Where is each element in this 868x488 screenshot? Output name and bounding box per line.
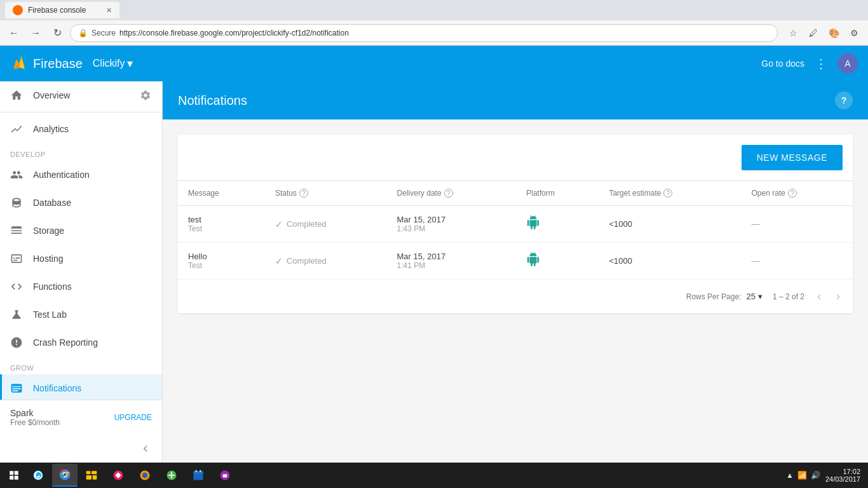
col-target-estimate: Target estimate ?: [599, 181, 741, 206]
plan-price: Free $0/month: [10, 418, 60, 427]
sidebar-item-notifications[interactable]: Notifications: [0, 374, 162, 400]
start-button[interactable]: [3, 464, 25, 487]
upgrade-button[interactable]: UPGRADE: [114, 413, 152, 422]
taskbar-app-misc1[interactable]: [105, 464, 131, 487]
rows-per-page-value: 25: [746, 292, 755, 301]
rows-select-arrow: ▾: [758, 292, 763, 301]
table-row[interactable]: Hello Test ✓ Completed Mar 15, 2017 1:41…: [178, 243, 853, 280]
sidebar-item-hosting[interactable]: Hosting: [0, 245, 162, 273]
people-icon: [10, 168, 23, 181]
functions-icon: [10, 280, 23, 293]
taskbar-app-calendar[interactable]: [186, 464, 211, 487]
delivery-date-0: Mar 15, 2017: [397, 215, 506, 224]
msg-name-1: Hello: [188, 252, 255, 261]
sidebar-item-functions[interactable]: Functions: [0, 273, 162, 301]
svg-point-10: [142, 473, 147, 478]
more-options-button[interactable]: ⋮: [815, 56, 827, 71]
tab-close-button[interactable]: ✕: [106, 6, 112, 15]
user-avatar[interactable]: A: [837, 53, 858, 74]
rows-per-page: Rows Per Page: 25 ▾: [686, 292, 763, 301]
new-message-button[interactable]: NEW MESSAGE: [742, 145, 843, 170]
target-help-icon[interactable]: ?: [663, 189, 672, 198]
sidebar-item-authentication[interactable]: Authentication: [0, 161, 162, 189]
back-button[interactable]: ←: [5, 24, 23, 42]
sidebar-divider-1: [0, 112, 162, 112]
sidebar-item-testlab[interactable]: Test Lab: [0, 301, 162, 329]
testlab-label: Test Lab: [33, 309, 67, 320]
svg-rect-5: [92, 471, 97, 474]
refresh-button[interactable]: ↻: [48, 24, 66, 42]
status-text-0: Completed: [287, 219, 327, 229]
table-row[interactable]: test Test ✓ Completed Mar 15, 2017 1:43 …: [178, 206, 853, 243]
sidebar: Overview: [0, 81, 163, 463]
functions-label: Functions: [33, 281, 72, 292]
page-help-button[interactable]: ?: [835, 92, 853, 109]
extension-2-button[interactable]: 🎨: [825, 24, 843, 42]
bookmark-button[interactable]: ☆: [784, 24, 802, 42]
taskbar-date: 24/03/2017: [825, 475, 860, 483]
crash-label: Crash Reporting: [33, 337, 98, 348]
col-target-header: Target estimate ?: [609, 189, 731, 198]
taskbar-volume-icon[interactable]: 🔊: [811, 471, 820, 480]
firebase-logo-icon: [10, 55, 28, 72]
storage-label: Storage: [33, 226, 64, 236]
prev-page-button[interactable]: ‹: [815, 287, 824, 306]
sidebar-item-storage[interactable]: Storage: [0, 217, 162, 245]
taskbar-up-arrow[interactable]: ▲: [786, 471, 794, 480]
page-content: NEW MESSAGE Message Status: [163, 119, 868, 463]
col-status-header: Status ?: [275, 189, 377, 198]
database-label: Database: [33, 198, 71, 208]
app-navbar: Firebase Clickify ▾ Go to docs ⋮ A: [0, 46, 868, 81]
taskbar-time[interactable]: 17:02 24/03/2017: [825, 468, 860, 483]
taskbar-app-maps[interactable]: [159, 464, 184, 487]
cell-status-0: ✓ Completed: [265, 206, 387, 243]
taskbar-app-ie[interactable]: [25, 464, 51, 487]
extension-1-button[interactable]: 🖊: [804, 24, 822, 42]
taskbar-icons: ▲ 📶 🔊: [786, 471, 820, 480]
url-text[interactable]: https://console.firebase.google.com/proj…: [119, 29, 770, 37]
project-selector[interactable]: Clickify ▾: [93, 57, 133, 71]
avatar-letter: A: [844, 58, 850, 69]
extension-3-button[interactable]: ⚙: [845, 24, 863, 42]
sidebar-item-database[interactable]: Database: [0, 189, 162, 217]
project-dropdown-icon: ▾: [127, 57, 133, 71]
address-bar[interactable]: 🔒 Secure https://console.firebase.google…: [70, 24, 778, 42]
page-header: Notifications ?: [163, 81, 868, 119]
tab-favicon: [13, 5, 23, 15]
notifications-label: Notifications: [33, 383, 81, 393]
cell-target-0: <1000: [599, 206, 741, 243]
browser-tab[interactable]: Firebase console ✕: [5, 2, 119, 18]
openrate-help-icon[interactable]: ?: [788, 189, 797, 198]
sidebar-item-analytics[interactable]: Analytics: [0, 115, 162, 143]
col-delivery-date: Delivery date ?: [387, 181, 517, 206]
status-text-1: Completed: [287, 256, 327, 266]
sidebar-item-overview[interactable]: Overview: [0, 81, 162, 109]
msg-name-0: test: [188, 215, 255, 224]
taskbar-right: ▲ 📶 🔊 17:02 24/03/2017: [781, 468, 865, 483]
brand-name: Firebase: [33, 57, 83, 71]
taskbar-app-firefox[interactable]: [132, 464, 158, 487]
navbar-right: Go to docs ⋮ A: [761, 53, 858, 74]
delivery-help-icon[interactable]: ?: [444, 189, 453, 198]
cell-status-1: ✓ Completed: [265, 243, 387, 280]
taskbar-network-icon[interactable]: 📶: [797, 471, 807, 480]
goto-docs-button[interactable]: Go to docs: [761, 58, 804, 69]
secure-icon: 🔒: [78, 29, 88, 37]
sidebar-collapse-button[interactable]: [0, 435, 162, 463]
forward-button[interactable]: →: [27, 24, 44, 42]
analytics-label: Analytics: [33, 124, 69, 134]
hosting-icon: [10, 252, 23, 265]
col-open-rate: Open rate ?: [742, 181, 853, 206]
taskbar-app-chrome[interactable]: [52, 464, 78, 487]
platform-android-icon-0: [526, 218, 540, 232]
taskbar-app-paint[interactable]: [212, 464, 238, 487]
open-rate-0: —: [752, 219, 760, 229]
next-page-button[interactable]: ›: [834, 287, 843, 306]
status-help-icon[interactable]: ?: [299, 189, 308, 198]
rows-per-page-select[interactable]: 25 ▾: [746, 292, 762, 301]
settings-icon[interactable]: [139, 89, 152, 102]
taskbar-app-explorer[interactable]: [79, 464, 104, 487]
status-completed-1: ✓ Completed: [275, 256, 377, 266]
cell-delivery-1: Mar 15, 2017 1:41 PM: [387, 243, 517, 280]
sidebar-item-crash[interactable]: Crash Reporting: [0, 329, 162, 356]
